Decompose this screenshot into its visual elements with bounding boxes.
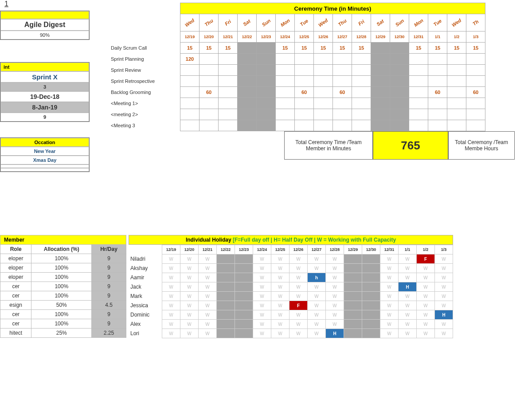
holiday-cell[interactable]: W: [253, 310, 271, 320]
ceremony-cell[interactable]: [390, 65, 409, 76]
ceremony-cell[interactable]: [257, 87, 276, 98]
ceremony-cell[interactable]: [295, 65, 314, 76]
member-alloc[interactable]: 100%: [31, 282, 92, 291]
ceremony-cell[interactable]: [466, 120, 485, 131]
holiday-cell[interactable]: W: [271, 282, 289, 292]
holiday-cell[interactable]: [217, 282, 235, 292]
ceremony-cell[interactable]: [180, 109, 200, 120]
holiday-cell[interactable]: W: [435, 264, 453, 273]
holiday-cell[interactable]: W: [162, 254, 180, 264]
member-alloc[interactable]: 100%: [31, 319, 92, 329]
ceremony-cell[interactable]: [257, 76, 276, 87]
ceremony-cell[interactable]: [219, 109, 238, 120]
holiday-cell[interactable]: [362, 254, 380, 264]
ceremony-cell[interactable]: [333, 54, 352, 65]
ceremony-cell[interactable]: 15: [200, 43, 219, 54]
holiday-cell[interactable]: W: [180, 273, 199, 282]
holiday-cell[interactable]: [217, 292, 235, 301]
ceremony-cell[interactable]: [428, 109, 447, 120]
ceremony-cell[interactable]: [352, 98, 371, 109]
ceremony-cell[interactable]: 15: [333, 43, 352, 54]
ceremony-cell[interactable]: [390, 43, 409, 54]
ceremony-cell[interactable]: [409, 54, 428, 65]
holiday-cell[interactable]: [235, 329, 253, 338]
holiday-cell[interactable]: W: [271, 264, 289, 273]
holiday-cell[interactable]: W: [199, 264, 217, 273]
ceremony-cell[interactable]: 60: [200, 87, 219, 98]
ceremony-cell[interactable]: [409, 65, 428, 76]
holiday-cell[interactable]: W: [253, 301, 271, 310]
member-alloc[interactable]: 50%: [31, 301, 92, 310]
holiday-cell[interactable]: W: [326, 320, 344, 329]
member-alloc[interactable]: 25%: [31, 329, 92, 338]
holiday-cell[interactable]: [344, 301, 362, 310]
ceremony-cell[interactable]: [238, 109, 257, 120]
ceremony-cell[interactable]: [333, 98, 352, 109]
holiday-cell[interactable]: W: [180, 254, 199, 264]
member-role[interactable]: eloper: [0, 273, 31, 282]
holiday-cell[interactable]: [235, 292, 253, 301]
holiday-cell[interactable]: W: [199, 282, 217, 292]
ceremony-cell[interactable]: [333, 76, 352, 87]
holiday-cell[interactable]: W: [380, 282, 399, 292]
holiday-cell[interactable]: W: [199, 329, 217, 338]
holiday-cell[interactable]: [235, 320, 253, 329]
holiday-cell[interactable]: W: [162, 282, 180, 292]
ceremony-cell[interactable]: [238, 76, 257, 87]
holiday-cell[interactable]: [217, 254, 235, 264]
ceremony-cell[interactable]: 60: [466, 87, 485, 98]
holiday-cell[interactable]: W: [380, 329, 399, 338]
holiday-cell[interactable]: [235, 282, 253, 292]
ceremony-cell[interactable]: [447, 65, 466, 76]
ceremony-cell[interactable]: [180, 98, 200, 109]
ceremony-cell[interactable]: [257, 98, 276, 109]
holiday-cell[interactable]: [217, 301, 235, 310]
ceremony-cell[interactable]: [219, 54, 238, 65]
holiday-cell[interactable]: W: [399, 292, 417, 301]
ceremony-cell[interactable]: [390, 54, 409, 65]
member-role[interactable]: hitect: [0, 329, 31, 338]
ceremony-cell[interactable]: [276, 76, 295, 87]
ceremony-cell[interactable]: [447, 109, 466, 120]
ceremony-cell[interactable]: [371, 87, 390, 98]
holiday-cell[interactable]: W: [199, 273, 217, 282]
holiday-cell[interactable]: W: [253, 329, 271, 338]
holiday-cell[interactable]: W: [162, 320, 180, 329]
holiday-cell[interactable]: W: [162, 301, 180, 310]
ceremony-cell[interactable]: [466, 98, 485, 109]
ceremony-cell[interactable]: [371, 76, 390, 87]
holiday-cell[interactable]: W: [199, 292, 217, 301]
ceremony-cell[interactable]: 15: [409, 43, 428, 54]
holiday-cell[interactable]: W: [308, 310, 326, 320]
ceremony-cell[interactable]: [219, 65, 238, 76]
holiday-cell[interactable]: W: [380, 254, 399, 264]
ceremony-cell[interactable]: [428, 98, 447, 109]
holiday-cell[interactable]: W: [180, 292, 199, 301]
ceremony-cell[interactable]: [180, 76, 200, 87]
holiday-cell[interactable]: W: [380, 273, 399, 282]
ceremony-cell[interactable]: [466, 65, 485, 76]
holiday-cell[interactable]: H: [399, 282, 417, 292]
ceremony-cell[interactable]: [352, 109, 371, 120]
ceremony-cell[interactable]: [409, 76, 428, 87]
ceremony-cell[interactable]: 15: [314, 43, 333, 54]
holiday-cell[interactable]: W: [435, 301, 453, 310]
ceremony-cell[interactable]: [295, 54, 314, 65]
ceremony-cell[interactable]: [200, 98, 219, 109]
ceremony-cell[interactable]: [390, 98, 409, 109]
holiday-cell[interactable]: [362, 301, 380, 310]
member-alloc[interactable]: 100%: [31, 273, 92, 282]
occasion-item[interactable]: [0, 168, 89, 172]
member-alloc[interactable]: 100%: [31, 310, 92, 319]
holiday-cell[interactable]: [362, 329, 380, 338]
holiday-cell[interactable]: W: [271, 292, 289, 301]
holiday-cell[interactable]: W: [326, 282, 344, 292]
holiday-cell[interactable]: W: [271, 273, 289, 282]
ceremony-cell[interactable]: [390, 76, 409, 87]
ceremony-cell[interactable]: [371, 120, 390, 131]
holiday-cell[interactable]: [362, 320, 380, 329]
ceremony-cell[interactable]: [314, 109, 333, 120]
holiday-cell[interactable]: W: [180, 329, 199, 338]
ceremony-cell[interactable]: [409, 120, 428, 131]
member-role[interactable]: eloper: [0, 254, 31, 263]
